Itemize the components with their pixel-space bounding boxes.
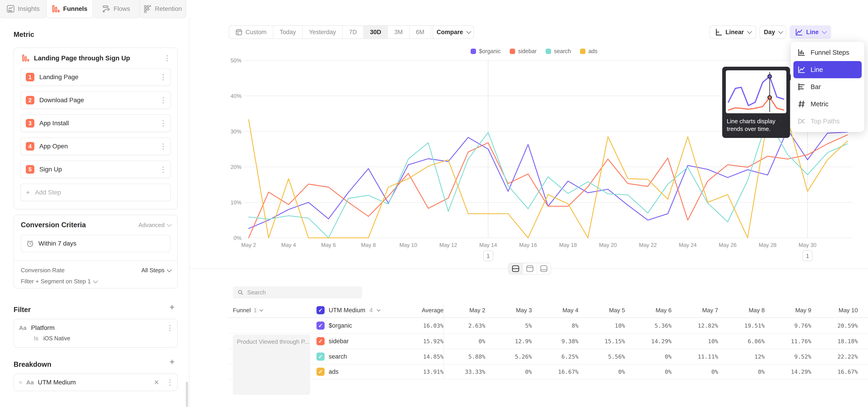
legend-item-organic[interactable]: $organic bbox=[471, 48, 501, 55]
menu-item-bar[interactable]: Bar bbox=[794, 78, 862, 95]
series-cell[interactable]: ✓search bbox=[316, 352, 389, 361]
filter-property[interactable]: Platform bbox=[31, 324, 162, 332]
column-header-may-9[interactable]: May 9 bbox=[765, 307, 811, 314]
column-header-may-7[interactable]: May 7 bbox=[672, 307, 718, 314]
series-cell[interactable]: ✓$organic bbox=[316, 321, 389, 330]
column-header-may-6[interactable]: May 6 bbox=[625, 307, 672, 314]
column-header-may-4[interactable]: May 4 bbox=[532, 307, 579, 314]
funnel-name-cell[interactable]: Product Viewed through P... bbox=[233, 335, 310, 395]
kebab-menu-icon[interactable]: ⋮ bbox=[160, 97, 165, 104]
conversion-window-label: Within 7 days bbox=[38, 240, 76, 247]
table-search[interactable] bbox=[233, 286, 362, 299]
funnel-column-header[interactable]: Funnel 1 bbox=[228, 307, 316, 314]
annotation-count: 1 bbox=[806, 253, 809, 259]
x-axis-tick: May 30 bbox=[799, 242, 816, 248]
kebab-menu-icon[interactable]: ⋮ bbox=[166, 324, 172, 332]
column-header-may-3[interactable]: May 3 bbox=[485, 307, 532, 314]
range-button-30d[interactable]: 30D bbox=[363, 26, 388, 38]
layout-split-view-button[interactable] bbox=[508, 263, 523, 274]
series-checkbox[interactable]: ✓ bbox=[316, 321, 324, 330]
series-checkbox[interactable]: ✓ bbox=[316, 352, 324, 361]
column-header-may-5[interactable]: May 5 bbox=[579, 307, 625, 314]
legend-item-sidebar[interactable]: sidebar bbox=[510, 48, 537, 55]
kebab-menu-icon[interactable]: ⋮ bbox=[160, 143, 165, 150]
insights-icon bbox=[6, 5, 15, 13]
range-button-today[interactable]: Today bbox=[273, 26, 302, 38]
range-button-custom[interactable]: Custom bbox=[229, 26, 273, 38]
add-filter-button[interactable]: + bbox=[167, 303, 177, 312]
series-checkbox[interactable]: ✓ bbox=[316, 368, 324, 376]
tab-funnels[interactable]: Funnels bbox=[46, 0, 93, 18]
kebab-menu-icon[interactable]: ⋮ bbox=[164, 55, 169, 62]
series-cell[interactable]: ✓ads bbox=[316, 368, 389, 376]
menu-item-line[interactable]: Line bbox=[794, 61, 862, 78]
compare-button[interactable]: Compare bbox=[433, 25, 474, 39]
y-axis-tick: 50% bbox=[230, 57, 241, 64]
range-button-3m[interactable]: 3M bbox=[388, 26, 409, 38]
chart-type-dropdown[interactable]: Line bbox=[789, 25, 831, 39]
interval-dropdown[interactable]: Day bbox=[760, 25, 786, 39]
add-breakdown-button[interactable]: + bbox=[167, 357, 177, 366]
conversion-rate-dropdown[interactable]: All Steps bbox=[141, 267, 170, 274]
funnel-metric-header[interactable]: Landing Page through Sign Up ⋮ bbox=[20, 48, 171, 68]
legend-item-search[interactable]: search bbox=[546, 48, 571, 55]
kebab-menu-icon[interactable]: ⋮ bbox=[160, 73, 165, 81]
x-axis-tick: May 26 bbox=[719, 242, 737, 248]
range-button-yesterday[interactable]: Yesterday bbox=[302, 26, 342, 38]
remove-breakdown-icon[interactable]: ✕ bbox=[154, 379, 159, 386]
menu-item-funnel-steps[interactable]: Funnel Steps bbox=[794, 44, 862, 61]
filter-segment-dropdown[interactable]: Filter + Segment on Step 1 bbox=[21, 278, 170, 285]
layout-table-only-button[interactable] bbox=[537, 263, 551, 274]
column-header-average[interactable]: Average bbox=[389, 303, 444, 317]
drag-handle-icon[interactable]: ≡ bbox=[19, 379, 22, 385]
chevron-down-icon bbox=[93, 278, 98, 283]
legend-item-ads[interactable]: ads bbox=[580, 48, 597, 55]
tab-flows[interactable]: Flows bbox=[93, 0, 140, 18]
series-checkbox[interactable]: ✓ bbox=[316, 337, 324, 345]
scale-dropdown[interactable]: Linear bbox=[710, 25, 756, 39]
kebab-menu-icon[interactable]: ⋮ bbox=[160, 120, 165, 127]
select-all-checkbox[interactable]: ✓ bbox=[316, 306, 324, 314]
kebab-menu-icon[interactable]: ⋮ bbox=[160, 166, 165, 173]
sidebar-scrollbar[interactable] bbox=[186, 382, 188, 407]
value-cell: 5% bbox=[485, 322, 532, 329]
divider bbox=[14, 260, 177, 261]
add-step-button[interactable]: + Add Step bbox=[20, 184, 171, 201]
funnel-step-row[interactable]: 5Sign Up⋮ bbox=[20, 160, 171, 178]
x-axis-tick: May 20 bbox=[599, 242, 617, 248]
menu-item-top-paths: Top Paths bbox=[794, 113, 862, 130]
y-axis-tick: 30% bbox=[230, 128, 241, 134]
value-cell: 14.29% bbox=[625, 338, 672, 345]
filter-operator[interactable]: Is bbox=[34, 335, 38, 342]
menu-item-metric[interactable]: Metric bbox=[794, 95, 862, 113]
funnel-step-row[interactable]: 1Landing Page⋮ bbox=[20, 68, 171, 86]
breakdown-property[interactable]: UTM Medium bbox=[38, 379, 150, 386]
column-header-may-2[interactable]: May 2 bbox=[444, 307, 485, 314]
column-header-may-8[interactable]: May 8 bbox=[718, 307, 765, 314]
menu-item-label: Funnel Steps bbox=[811, 49, 849, 56]
search-input[interactable] bbox=[247, 289, 358, 296]
search-icon bbox=[237, 289, 244, 296]
tab-retention[interactable]: Retention bbox=[139, 0, 186, 18]
tab-label: Retention bbox=[155, 5, 182, 12]
layout-chart-only-button[interactable] bbox=[523, 263, 537, 274]
conversion-window-button[interactable]: Within 7 days bbox=[21, 235, 170, 252]
funnel-step-row[interactable]: 3App Install⋮ bbox=[20, 115, 171, 132]
kebab-menu-icon[interactable]: ⋮ bbox=[166, 379, 172, 386]
range-button-6m[interactable]: 6M bbox=[409, 26, 431, 38]
table-row-ads: ✓ads13.91%33.33%0%16.67%0%0%0%0%14.29%16… bbox=[228, 364, 868, 379]
step-label: Landing Page bbox=[39, 73, 155, 81]
value-cell: 13.91% bbox=[389, 365, 444, 379]
range-button-7d[interactable]: 7D bbox=[342, 26, 363, 38]
line-chart-icon bbox=[798, 66, 806, 74]
series-cell[interactable]: ✓sidebar bbox=[316, 337, 389, 345]
tab-insights[interactable]: Insights bbox=[0, 0, 46, 18]
breakdown-column-header[interactable]: ✓ UTM Medium 4 bbox=[316, 306, 389, 314]
filter-value[interactable]: iOS Native bbox=[43, 335, 70, 342]
metric-section-title: Metric bbox=[13, 31, 34, 39]
advanced-dropdown[interactable]: Advanced bbox=[138, 222, 170, 228]
funnel-step-row[interactable]: 2Download Page⋮ bbox=[20, 91, 171, 109]
value-cell: 0% bbox=[579, 369, 625, 375]
column-header-may-10[interactable]: May 10 bbox=[811, 307, 858, 314]
funnel-step-row[interactable]: 4App Open⋮ bbox=[20, 137, 171, 155]
